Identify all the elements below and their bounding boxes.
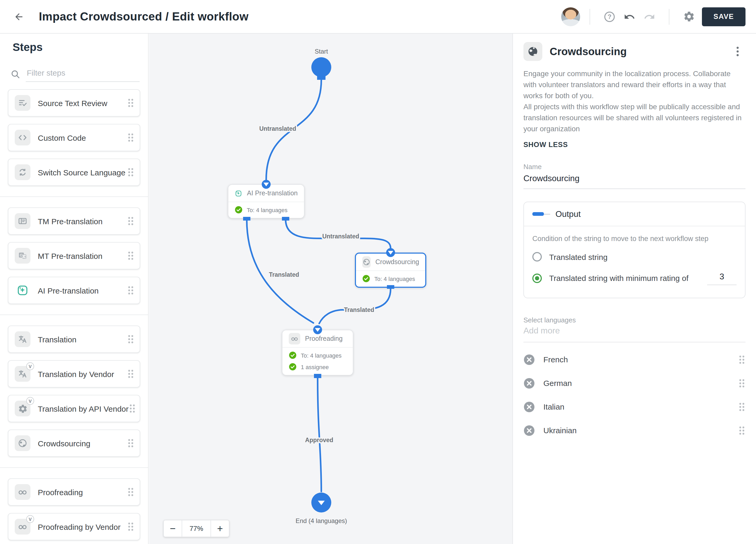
drag-handle-icon[interactable]: [127, 216, 134, 226]
check-circle-icon: [289, 351, 297, 359]
remove-language-button[interactable]: [523, 425, 535, 436]
select-languages-label: Select languages: [523, 316, 745, 324]
arrow-left-icon: [14, 11, 24, 22]
edge-proofreading-to-end: [318, 378, 321, 491]
step-card-proofreading-by-vendor[interactable]: V Proofreading by Vendor: [8, 513, 140, 540]
proofreading-by-vendor-icon: V: [15, 519, 30, 535]
remove-language-button[interactable]: [523, 377, 535, 389]
radio-row-min-rating: Translated string with minimum rating of: [532, 271, 737, 285]
radio-label: Translated string: [549, 252, 607, 261]
drag-handle-icon[interactable]: [127, 438, 134, 448]
language-row-french: French: [523, 348, 745, 371]
output-port-tail: [544, 213, 550, 215]
edge-ai-to-proofreading: [247, 219, 313, 323]
step-card-tm-pre-translation[interactable]: TM Pre-translation: [8, 207, 140, 235]
end-node[interactable]: [311, 493, 331, 512]
drag-handle-icon[interactable]: [127, 98, 134, 108]
drag-handle-icon[interactable]: [127, 369, 134, 379]
group-divider: [0, 467, 148, 468]
drag-handle-icon[interactable]: [127, 487, 134, 497]
drag-handle-icon[interactable]: [127, 334, 134, 344]
step-label: TM Pre-translation: [38, 217, 103, 226]
group-divider: [0, 196, 148, 197]
avatar[interactable]: [561, 7, 580, 26]
node-header: Proofreading: [282, 330, 353, 348]
save-button[interactable]: SAVE: [702, 7, 745, 26]
step-card-switch-source-language[interactable]: Switch Source Language: [8, 159, 140, 186]
step-label: Proofreading: [38, 488, 83, 496]
drag-handle-icon[interactable]: [127, 285, 134, 296]
step-card-source-text-review[interactable]: Source Text Review: [8, 89, 140, 117]
divider: [590, 9, 590, 24]
node-ai-pre-translation[interactable]: AI Pre-translation To: 4 languages: [228, 184, 305, 218]
zoom-control: − 77% +: [163, 520, 229, 537]
radio-min-rating[interactable]: [532, 273, 542, 283]
node-crowdsourcing[interactable]: Crowdsourcing To: 4 languages: [355, 253, 426, 288]
drag-handle-icon[interactable]: [738, 425, 745, 436]
remove-language-button[interactable]: [523, 401, 535, 412]
drag-handle-icon[interactable]: [127, 167, 134, 177]
add-language-input[interactable]: [523, 324, 745, 342]
proofreading-icon: [289, 333, 300, 344]
node-proofreading[interactable]: Proofreading To: 4 languages 1 assignee: [282, 330, 353, 375]
drag-handle-icon[interactable]: [129, 403, 136, 414]
edge-label-translated-1: Translated: [269, 271, 299, 278]
mt-pre-translation-icon: G: [15, 248, 30, 264]
step-card-custom-code[interactable]: Custom Code: [8, 124, 140, 151]
remove-language-button[interactable]: [523, 354, 535, 365]
help-icon: ?: [603, 10, 616, 23]
drag-handle-icon[interactable]: [738, 378, 745, 388]
drag-handle-icon[interactable]: [738, 401, 745, 412]
step-card-proofreading[interactable]: Proofreading: [8, 478, 140, 506]
filter-steps-row: [11, 66, 140, 82]
edge-crowdsourcing-to-proofreading: [319, 289, 391, 323]
step-label: Source Text Review: [38, 98, 107, 107]
header-actions: ? SAVE: [561, 7, 756, 27]
step-label: Custom Code: [38, 133, 86, 142]
kebab-menu-button[interactable]: [730, 44, 745, 59]
drag-handle-icon[interactable]: [738, 354, 745, 365]
drag-handle-icon[interactable]: [127, 250, 134, 261]
workflow-canvas[interactable]: AI Pre-translation To: 4 languages Crowd…: [149, 34, 512, 544]
min-rating-input[interactable]: [707, 271, 737, 285]
back-button[interactable]: [8, 6, 29, 27]
description-paragraph: All projects with this workflow step wil…: [523, 101, 745, 134]
step-card-translation-by-api-vendor[interactable]: V Translation by API Vendor: [8, 395, 140, 422]
x-circle-icon: [523, 401, 535, 412]
tm-pre-translation-icon: [15, 213, 30, 229]
zoom-out-button[interactable]: −: [163, 520, 182, 537]
output-port-icon: [532, 212, 544, 216]
x-circle-icon: [523, 425, 535, 436]
output-section: Output Condition of the string to move t…: [523, 202, 745, 298]
panel-title: Crowdsourcing: [550, 45, 627, 57]
help-button[interactable]: ?: [600, 7, 619, 27]
filter-steps-input[interactable]: [26, 66, 140, 82]
crowdsourcing-icon: [15, 435, 30, 451]
crowdsourcing-icon: [362, 256, 371, 268]
node-languages-row: To: 4 languages: [235, 206, 298, 214]
step-card-mt-pre-translation[interactable]: G MT Pre-translation: [8, 242, 140, 269]
drag-handle-icon[interactable]: [127, 132, 134, 143]
step-card-ai-pre-translation[interactable]: AI Pre-translation: [8, 277, 140, 304]
radio-label: Translated string with minimum rating of: [549, 274, 689, 283]
step-card-translation[interactable]: Translation: [8, 326, 140, 353]
redo-button[interactable]: [639, 7, 659, 27]
zoom-in-button[interactable]: +: [211, 520, 229, 537]
name-input[interactable]: [523, 171, 745, 189]
drag-handle-icon[interactable]: [127, 521, 134, 532]
node-languages-row: To: 4 languages: [362, 275, 419, 283]
start-node[interactable]: [311, 57, 331, 80]
settings-button[interactable]: [679, 7, 699, 27]
steps-list: Source Text Review Custom Code Switch So…: [0, 82, 148, 540]
node-assignees: 1 assignee: [301, 364, 329, 370]
undo-button[interactable]: [619, 7, 639, 27]
source-text-review-icon: [15, 95, 30, 111]
step-card-translation-by-vendor[interactable]: V Translation by Vendor: [8, 360, 140, 388]
divider: [669, 9, 669, 24]
radio-translated-string[interactable]: [532, 252, 542, 261]
step-card-crowdsourcing[interactable]: Crowdsourcing: [8, 430, 140, 457]
show-less-link[interactable]: SHOW LESS: [523, 141, 568, 149]
edge-label-translated-2: Translated: [344, 306, 374, 313]
step-label: Translation by API Vendor: [38, 404, 129, 413]
page-title: Impact Crowdsourced / Edit workflow: [39, 10, 249, 23]
